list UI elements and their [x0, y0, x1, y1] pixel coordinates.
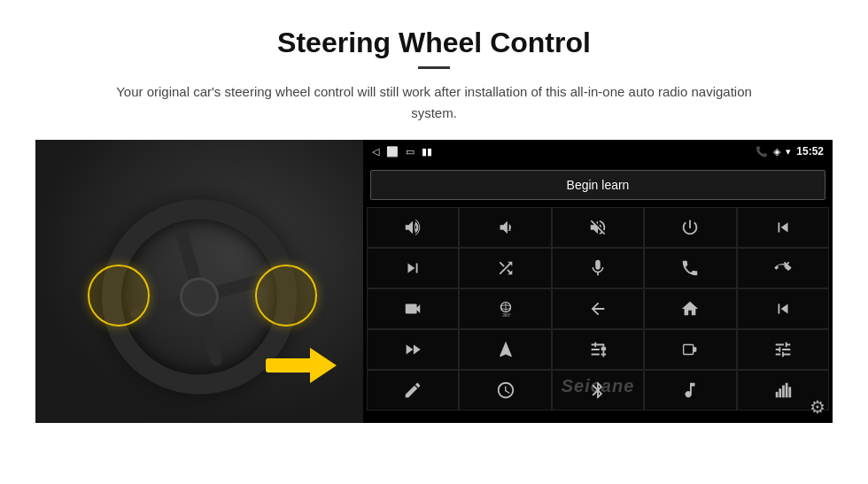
wifi-icon: ▾ — [786, 146, 791, 157]
next-track-button[interactable] — [367, 248, 459, 288]
settings-button[interactable]: ⚙ — [810, 396, 825, 418]
shuffle-next-button[interactable] — [459, 248, 551, 288]
android-panel: ◁ ⬜ ▭ ▮▮ 📞 ◈ ▾ 15:52 Begin learn — [363, 140, 833, 423]
left-control-highlight — [88, 265, 150, 327]
navigate-button[interactable] — [459, 329, 551, 370]
vol-up-icon: + — [403, 218, 422, 237]
subtitle-text: Your original car's steering wheel contr… — [115, 81, 753, 124]
control-icon-grid: + − — [363, 207, 833, 411]
prev-track-button[interactable] — [737, 207, 829, 248]
equalizer-icon — [588, 340, 608, 359]
fast-forward-icon — [403, 340, 422, 359]
begin-learn-button[interactable]: Begin learn — [370, 170, 825, 200]
vol-down-icon: − — [496, 218, 515, 237]
equalizer-button[interactable] — [552, 329, 644, 370]
wheel-center — [175, 273, 223, 321]
back-nav-icon[interactable]: ◁ — [372, 146, 379, 157]
recent-apps-icon[interactable]: ▭ — [406, 146, 415, 157]
hang-up-button[interactable] — [737, 248, 829, 288]
content-area: ◁ ⬜ ▭ ▮▮ 📞 ◈ ▾ 15:52 Begin learn — [35, 140, 833, 423]
vol-up-button[interactable]: + — [367, 207, 459, 248]
power-icon — [680, 218, 700, 237]
right-control-highlight — [255, 265, 317, 327]
status-time: 15:52 — [796, 145, 824, 157]
shuffle-next-icon — [496, 258, 515, 278]
skip-back-button[interactable] — [737, 288, 829, 329]
svg-text:+: + — [415, 227, 418, 234]
music-settings-icon: ⚙ — [680, 380, 700, 400]
android-status-bar: ◁ ⬜ ▭ ▮▮ 📞 ◈ ▾ 15:52 — [363, 140, 833, 163]
view-360-button[interactable]: 360° — [459, 288, 551, 329]
camera-button[interactable] — [367, 288, 459, 329]
signal-icon: ▮▮ — [422, 146, 432, 157]
svg-rect-6 — [684, 345, 694, 355]
svg-rect-7 — [694, 347, 697, 352]
bluetooth-icon — [588, 380, 608, 400]
back-arrow-button[interactable] — [552, 288, 644, 329]
home-icon — [680, 299, 700, 319]
next-track-icon — [403, 258, 422, 278]
status-bar-left: ◁ ⬜ ▭ ▮▮ — [372, 146, 432, 157]
page-title: Steering Wheel Control — [35, 27, 833, 59]
equalizer-bars-icon — [773, 380, 793, 400]
view-360-icon: 360° — [496, 299, 515, 319]
status-bar-right: 📞 ◈ ▾ 15:52 — [756, 145, 824, 157]
record-button[interactable] — [644, 329, 736, 370]
location-icon: ◈ — [773, 146, 780, 157]
dashboard-bg — [35, 140, 363, 423]
settings-sliders-icon — [773, 340, 793, 359]
svg-text:−: − — [507, 227, 511, 234]
navigate-icon — [496, 340, 515, 359]
skip-back-icon — [773, 299, 793, 319]
hang-up-icon — [773, 258, 793, 278]
arrow-indicator — [266, 348, 337, 383]
power-button[interactable] — [644, 207, 736, 248]
phone-call-button[interactable] — [644, 248, 736, 288]
steering-wheel-image — [35, 140, 363, 423]
camera-icon — [403, 299, 422, 319]
back-arrow-icon — [588, 299, 608, 319]
pen-button[interactable] — [367, 370, 459, 411]
fast-forward-button[interactable] — [367, 329, 459, 370]
microphone-button[interactable] — [552, 248, 644, 288]
vol-down-button[interactable]: − — [459, 207, 551, 248]
prev-track-icon — [773, 218, 793, 237]
title-section: Steering Wheel Control Your original car… — [35, 27, 833, 124]
bluetooth-button[interactable] — [552, 370, 644, 411]
svg-rect-12 — [786, 383, 788, 398]
svg-rect-10 — [779, 388, 781, 397]
title-divider — [418, 66, 450, 69]
record-icon — [680, 340, 700, 359]
svg-text:360°: 360° — [502, 313, 511, 318]
page-container: Steering Wheel Control Your original car… — [0, 0, 868, 432]
clock-icon — [496, 380, 515, 400]
svg-rect-11 — [782, 386, 785, 398]
svg-rect-13 — [788, 387, 791, 397]
svg-rect-9 — [776, 392, 779, 397]
settings-sliders-button[interactable] — [737, 329, 829, 370]
arrow-head — [310, 348, 337, 383]
phone-status-icon: 📞 — [756, 146, 768, 157]
microphone-icon — [588, 258, 608, 278]
begin-learn-container: Begin learn — [363, 163, 833, 207]
home-button[interactable] — [644, 288, 736, 329]
arrow-body — [266, 358, 314, 373]
home-soft-icon[interactable]: ⬜ — [386, 146, 399, 157]
phone-call-icon — [680, 258, 700, 278]
music-settings-button[interactable]: ⚙ — [644, 370, 736, 411]
svg-text:⚙: ⚙ — [691, 394, 695, 400]
clock-button[interactable] — [459, 370, 551, 411]
vol-mute-button[interactable] — [552, 207, 644, 248]
vol-mute-icon — [588, 218, 608, 237]
pen-icon — [403, 380, 422, 400]
